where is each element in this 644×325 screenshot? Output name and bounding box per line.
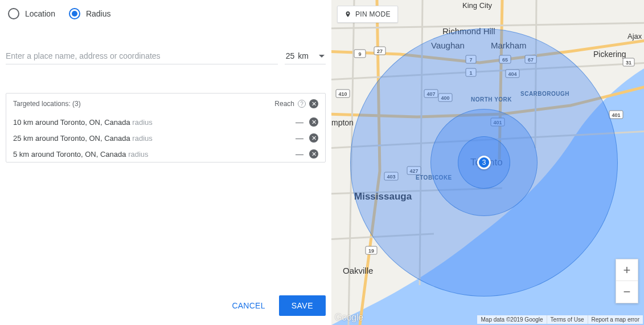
targeted-locations-card: Targeted locations: (3) Reach ? ✕ 10 km … [6, 93, 326, 162]
radius-value: 25 [286, 51, 295, 60]
svg-text:410: 410 [338, 91, 347, 97]
targeting-type-radio-group: Location Radius [6, 6, 326, 31]
radius-unit-select[interactable]: 25 km [285, 48, 326, 64]
help-icon[interactable]: ? [298, 100, 306, 108]
zoom-in-button[interactable]: + [616, 259, 638, 281]
marker-count: 3 [482, 159, 486, 166]
report-error-link[interactable]: Report a map error [588, 315, 643, 324]
terms-link[interactable]: Terms of Use [547, 315, 588, 324]
svg-text:19: 19 [368, 248, 374, 254]
zoom-out-button[interactable]: − [616, 281, 638, 303]
radio-location-label: Location [25, 9, 55, 18]
map-data-label: Map data ©2019 Google [477, 315, 546, 324]
remove-location-icon[interactable]: ✕ [309, 149, 318, 159]
map-attribution: Map data ©2019 Google Terms of Use Repor… [477, 315, 643, 324]
targeted-locations-title: Targeted locations: (3) [13, 100, 81, 108]
radio-icon [69, 8, 80, 19]
svg-text:mpton: mpton [331, 118, 354, 127]
reach-value: — [296, 133, 303, 143]
location-row: 10 km around Toronto, ON, Canada radius … [6, 114, 325, 130]
svg-text:Oakville: Oakville [343, 266, 373, 275]
svg-text:27: 27 [377, 48, 383, 54]
reach-value: — [296, 149, 303, 159]
remove-location-icon[interactable]: ✕ [309, 117, 318, 127]
svg-text:401: 401 [612, 112, 620, 118]
location-suffix: radius [132, 134, 152, 143]
radio-icon [8, 8, 19, 19]
remove-location-icon[interactable]: ✕ [309, 133, 318, 143]
reach-value: — [296, 117, 303, 127]
reach-label: Reach [274, 100, 294, 108]
radio-radius[interactable]: Radius [69, 8, 111, 19]
cancel-button[interactable]: CANCEL [227, 295, 269, 316]
location-row: 25 km around Toronto, ON, Canada radius … [6, 130, 325, 146]
svg-text:King City: King City [462, 1, 493, 10]
location-suffix: radius [132, 118, 152, 127]
pin-mode-label: PIN MODE [355, 10, 391, 18]
remove-all-icon[interactable]: ✕ [309, 99, 318, 108]
svg-text:Ajax: Ajax [627, 32, 642, 40]
location-suffix: radius [128, 150, 148, 159]
zoom-control: + − [616, 259, 638, 303]
radio-radius-label: Radius [86, 9, 111, 18]
save-button[interactable]: SAVE [279, 295, 326, 316]
svg-text:9: 9 [358, 51, 361, 57]
pin-mode-button[interactable]: PIN MODE [337, 6, 398, 23]
location-text: 10 km around Toronto, ON, Canada [13, 118, 130, 127]
pin-icon [344, 10, 351, 18]
radio-location[interactable]: Location [8, 8, 55, 19]
chevron-down-icon [319, 55, 325, 58]
location-search-input[interactable] [6, 48, 278, 64]
map-center-marker[interactable]: 3 [477, 156, 491, 169]
google-logo: Google [335, 312, 363, 323]
map[interactable]: King City Richmond Hill Vaughan Markham … [331, 0, 644, 325]
svg-text:Pickering: Pickering [593, 50, 626, 59]
location-row: 5 km around Toronto, ON, Canada radius —… [6, 146, 325, 162]
location-text: 25 km around Toronto, ON, Canada [13, 134, 130, 143]
svg-text:31: 31 [626, 60, 631, 66]
location-text: 5 km around Toronto, ON, Canada [13, 150, 126, 159]
radius-unit: km [298, 51, 309, 60]
